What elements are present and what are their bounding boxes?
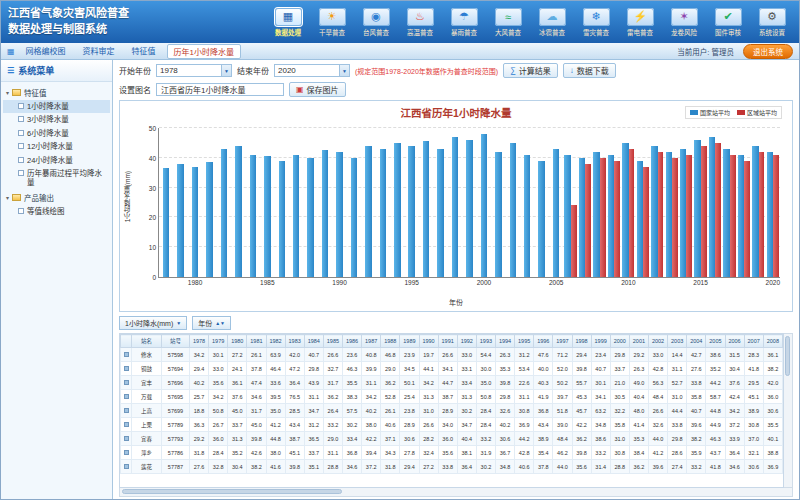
- table-row[interactable]: 万载5769525.734.237.634.639.576.531.136.23…: [121, 390, 783, 404]
- header-year-1989[interactable]: 1989: [400, 335, 419, 348]
- header-year-1982[interactable]: 1982: [266, 335, 285, 348]
- bar-national-2005[interactable]: [553, 149, 559, 277]
- checkbox-icon[interactable]: [18, 157, 24, 163]
- header-year-1999[interactable]: 1999: [591, 335, 610, 348]
- toolbar-item-settings[interactable]: ⚙系统设置: [751, 8, 793, 37]
- bar-regional-2018[interactable]: [744, 161, 750, 277]
- bar-national-1986[interactable]: [279, 161, 285, 277]
- toolbar-item-rainstorm[interactable]: ☂暴雨普查: [443, 8, 485, 37]
- bar-national-1979[interactable]: [177, 164, 183, 277]
- tab-2[interactable]: 特征值: [126, 44, 162, 59]
- bar-national-1993[interactable]: [380, 149, 386, 277]
- vertical-scrollbar[interactable]: [784, 333, 793, 488]
- bar-regional-2011[interactable]: [643, 167, 649, 277]
- bar-national-1984[interactable]: [250, 155, 256, 277]
- bar-regional-2007[interactable]: [585, 164, 591, 277]
- bar-national-1997[interactable]: [437, 149, 443, 277]
- tree-expand-icon[interactable]: ▾: [6, 89, 9, 96]
- header-year-1994[interactable]: 1994: [496, 335, 515, 348]
- header-year-1993[interactable]: 1993: [476, 335, 495, 348]
- header-year-2007[interactable]: 2007: [744, 335, 763, 348]
- horizontal-scrollbar-thumb[interactable]: [122, 489, 342, 494]
- table-row[interactable]: 宜丰5769640.235.636.147.433.636.443.931.73…: [121, 376, 783, 390]
- header-year-1986[interactable]: 1986: [343, 335, 362, 348]
- toolbar-item-typhoon[interactable]: ◉台风普查: [355, 8, 397, 37]
- calc-button[interactable]: ∑ 计算结果: [503, 63, 558, 78]
- figname-input[interactable]: 江西省历年1小时降水量: [156, 83, 284, 96]
- checkbox-icon[interactable]: [18, 170, 24, 176]
- bar-national-1999[interactable]: [466, 140, 472, 277]
- bar-regional-2010[interactable]: [629, 149, 635, 277]
- header-year-1996[interactable]: 1996: [534, 335, 553, 348]
- table-row[interactable]: 莲花5778727.632.830.438.241.639.835.128.83…: [121, 460, 783, 474]
- bar-national-1981[interactable]: [206, 162, 212, 277]
- bar-national-1994[interactable]: [394, 143, 400, 277]
- bar-national-2003[interactable]: [524, 155, 530, 277]
- bar-national-1989[interactable]: [322, 150, 328, 277]
- checkbox-icon[interactable]: [18, 208, 24, 214]
- header-year-1981[interactable]: 1981: [247, 335, 266, 348]
- header-year-2008[interactable]: 2008: [763, 335, 782, 348]
- tree-expand-icon[interactable]: ▾: [6, 194, 9, 201]
- table-row[interactable]: 上栗5778936.326.733.745.041.243.431.233.23…: [121, 418, 783, 432]
- bar-national-1978[interactable]: [163, 168, 169, 277]
- bar-national-1983[interactable]: [235, 146, 241, 277]
- bar-national-1996[interactable]: [423, 141, 429, 277]
- bar-regional-2009[interactable]: [614, 161, 620, 277]
- bar-regional-2006[interactable]: [571, 205, 577, 277]
- checkbox-icon[interactable]: [18, 130, 24, 136]
- bar-regional-2012[interactable]: [658, 152, 664, 277]
- bar-national-1987[interactable]: [293, 155, 299, 277]
- table-row[interactable]: 上高5769918.850.845.031.735.028.534.726.45…: [121, 404, 783, 418]
- checkbox-icon[interactable]: [18, 143, 24, 149]
- bar-national-1985[interactable]: [264, 156, 270, 277]
- bar-national-2001[interactable]: [495, 152, 501, 277]
- bar-national-1995[interactable]: [408, 146, 414, 277]
- bar-national-2004[interactable]: [538, 161, 544, 277]
- header-year-1995[interactable]: 1995: [515, 335, 534, 348]
- toolbar-item-wind[interactable]: ≈大风普查: [487, 8, 529, 37]
- checkbox-icon[interactable]: [18, 116, 24, 122]
- header-year-2004[interactable]: 2004: [687, 335, 706, 348]
- bar-regional-2019[interactable]: [759, 152, 765, 277]
- logout-button[interactable]: 退出系统: [743, 44, 793, 59]
- bar-regional-2008[interactable]: [600, 158, 606, 277]
- bar-regional-2013[interactable]: [672, 158, 678, 277]
- toolbar-item-drought[interactable]: ☀干旱普查: [311, 8, 353, 37]
- tree-item-0-5[interactable]: 历年暴雨过程平均降水量: [3, 167, 110, 190]
- tab-3[interactable]: 历年1小时降水量: [167, 44, 241, 59]
- tab-1[interactable]: 资料审定: [77, 44, 121, 59]
- year-sort-chip[interactable]: 年份 ▲▼: [192, 316, 231, 330]
- bar-regional-2015[interactable]: [701, 146, 707, 277]
- header-year-1985[interactable]: 1985: [323, 335, 342, 348]
- bar-regional-2020[interactable]: [773, 155, 779, 277]
- toolbar-item-heat[interactable]: ♨高温普查: [399, 8, 441, 37]
- toolbar-item-hail[interactable]: ☁冰雹普查: [531, 8, 573, 37]
- bar-national-1990[interactable]: [336, 152, 342, 277]
- tree-item-1-0[interactable]: 等值线绘图: [3, 205, 110, 218]
- header-year-1997[interactable]: 1997: [553, 335, 572, 348]
- bar-regional-2014[interactable]: [686, 155, 692, 277]
- header-year-1992[interactable]: 1992: [457, 335, 476, 348]
- header-year-1991[interactable]: 1991: [438, 335, 457, 348]
- toolbar-item-snow[interactable]: ❄雪灾普查: [575, 8, 617, 37]
- download-button[interactable]: ↓ 数据下载: [563, 63, 616, 78]
- vertical-scrollbar-thumb[interactable]: [785, 336, 790, 376]
- table-row[interactable]: 宜春5779329.236.031.339.844.838.736.529.03…: [121, 432, 783, 446]
- tree-item-0-3[interactable]: 12小时降水量: [3, 140, 110, 153]
- checkbox-icon[interactable]: [18, 103, 24, 109]
- bar-national-1992[interactable]: [365, 146, 371, 277]
- header-year-2003[interactable]: 2003: [668, 335, 687, 348]
- header-year-1983[interactable]: 1983: [285, 335, 304, 348]
- header-year-2006[interactable]: 2006: [725, 335, 744, 348]
- bar-regional-2016[interactable]: [715, 143, 721, 277]
- header-year-1978[interactable]: 1978: [190, 335, 209, 348]
- tab-0[interactable]: 网格编校图: [20, 44, 72, 59]
- header-year-2000[interactable]: 2000: [610, 335, 629, 348]
- bar-national-1998[interactable]: [452, 137, 458, 277]
- end-year-select[interactable]: 2020 ▼: [274, 64, 350, 77]
- header-year-1980[interactable]: 1980: [228, 335, 247, 348]
- tree-item-0-0[interactable]: 1小时降水量: [3, 100, 110, 113]
- header-year-1988[interactable]: 1988: [381, 335, 400, 348]
- tree-group-0[interactable]: ▾特征值: [3, 85, 110, 100]
